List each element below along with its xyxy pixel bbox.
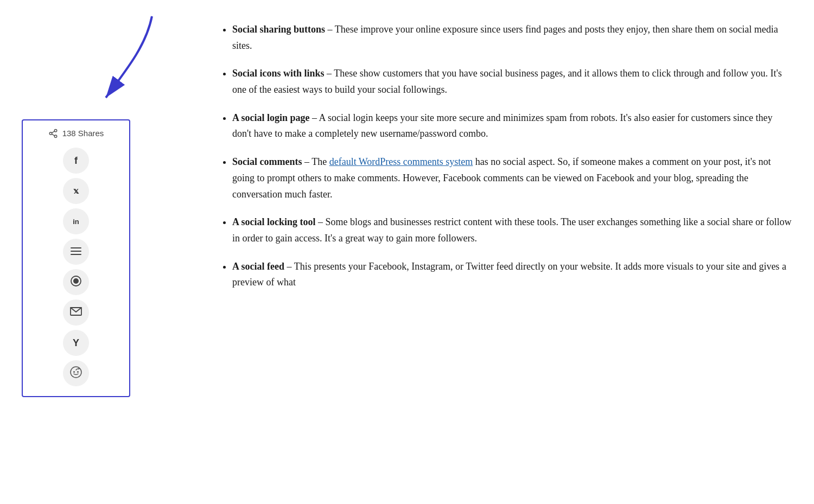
svg-point-12 (71, 367, 81, 378)
share-icon (48, 129, 58, 138)
right-content: Social sharing buttons – These improve y… (190, 16, 792, 488)
list-item: Social sharing buttons – These improve y… (232, 22, 792, 54)
share-count-label: 138 Shares (62, 127, 104, 140)
instapaper-icon (70, 275, 82, 290)
svg-line-5 (52, 131, 54, 133)
content-list: Social sharing buttons – These improve y… (217, 22, 792, 291)
twitter-share-button[interactable]: 𝕩 (63, 178, 89, 204)
facebook-share-button[interactable]: f (63, 148, 89, 174)
item-desc: – This presents your Facebook, Instagram… (232, 261, 786, 288)
item-term: Social sharing buttons (232, 24, 325, 35)
left-panel: 138 Shares f 𝕩 in (22, 16, 190, 488)
yummly-icon: Y (73, 337, 79, 349)
email-icon (70, 307, 82, 318)
svg-point-10 (73, 278, 79, 284)
facebook-icon: f (74, 155, 78, 167)
share-widget: 138 Shares f 𝕩 in (22, 119, 130, 397)
item-term: A social login page (232, 112, 310, 123)
share-count-row: 138 Shares (48, 127, 104, 140)
twitter-icon: 𝕩 (73, 186, 79, 196)
reddit-icon (69, 366, 82, 381)
svg-point-15 (78, 368, 79, 369)
item-term: Social icons with links (232, 68, 325, 79)
arrow-indicator (76, 11, 163, 114)
list-item: A social login page – A social login kee… (232, 110, 792, 142)
item-desc-before: – The (302, 156, 329, 167)
item-desc: – Some blogs and businesses restrict con… (232, 216, 792, 244)
svg-line-4 (52, 134, 54, 136)
linkedin-share-button[interactable]: in (63, 208, 89, 234)
list-item: A social locking tool – Some blogs and b… (232, 214, 792, 246)
buffer-share-button[interactable] (63, 239, 89, 265)
yummly-share-button[interactable]: Y (63, 330, 89, 356)
item-term: A social locking tool (232, 216, 316, 227)
svg-point-13 (73, 371, 75, 373)
item-term: Social comments (232, 156, 302, 167)
social-buttons-list: f 𝕩 in (31, 148, 120, 386)
instapaper-share-button[interactable] (63, 269, 89, 295)
svg-point-14 (77, 371, 79, 373)
list-item: Social comments – The default WordPress … (232, 154, 792, 202)
item-desc: – A social login keeps your site more se… (232, 112, 773, 139)
list-item: Social icons with links – These show cus… (232, 66, 792, 98)
reddit-share-button[interactable] (63, 360, 89, 386)
email-share-button[interactable] (63, 299, 89, 326)
linkedin-icon: in (73, 218, 79, 226)
item-term: A social feed (232, 261, 284, 272)
wordpress-comments-link[interactable]: default WordPress comments system (329, 156, 473, 167)
buffer-icon (70, 246, 82, 258)
list-item: A social feed – This presents your Faceb… (232, 259, 792, 291)
